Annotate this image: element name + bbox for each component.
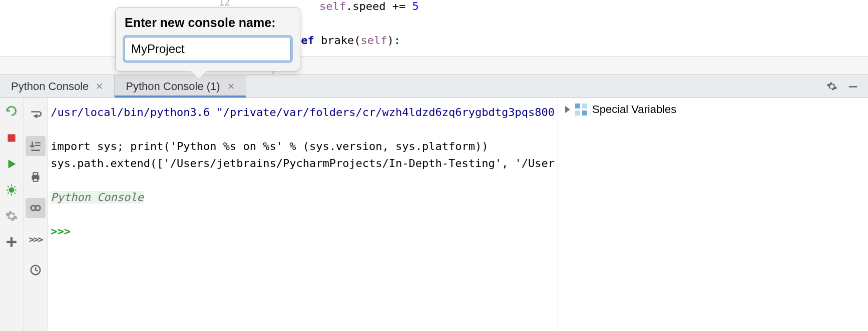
new-console-icon[interactable] bbox=[5, 235, 19, 249]
tab-label: Python Console bbox=[11, 80, 89, 93]
console-line: /usr/local/bin/python3.6 "/private/var/f… bbox=[51, 106, 555, 118]
console-right-toolbar: >>> bbox=[24, 98, 48, 331]
close-icon[interactable]: ✕ bbox=[227, 82, 235, 91]
console-source-label: Python Console bbox=[51, 191, 143, 204]
code-token-self: self bbox=[360, 34, 387, 46]
svg-rect-5 bbox=[35, 142, 41, 143]
debug-icon[interactable] bbox=[5, 183, 19, 197]
code-token-number: 5 bbox=[412, 0, 418, 12]
svg-rect-1 bbox=[8, 134, 16, 142]
console-output[interactable]: /usr/local/bin/python3.6 "/private/var/f… bbox=[48, 98, 558, 331]
soft-wrap-icon[interactable] bbox=[26, 105, 46, 125]
tab-python-console[interactable]: Python Console ✕ bbox=[0, 75, 115, 98]
code-token-self: self bbox=[319, 0, 346, 12]
variables-root-item[interactable]: Special Variables bbox=[565, 103, 861, 116]
console-main: /usr/local/bin/python3.6 "/private/var/f… bbox=[48, 98, 868, 331]
svg-rect-4 bbox=[7, 241, 17, 243]
console-body: >>> /usr/local/bin/python3.6 "/private/v… bbox=[0, 98, 868, 331]
scroll-to-end-icon[interactable] bbox=[26, 136, 46, 156]
console-left-toolbar bbox=[0, 98, 24, 331]
history-icon[interactable] bbox=[26, 260, 46, 280]
console-line: import sys; print('Python %s on %s' % (s… bbox=[51, 140, 488, 152]
tab-python-console-1[interactable]: Python Console (1) ✕ bbox=[115, 75, 246, 98]
svg-rect-8 bbox=[34, 172, 38, 175]
variables-group-icon bbox=[575, 104, 587, 116]
variables-root-label: Special Variables bbox=[592, 103, 676, 116]
tab-label: Python Console (1) bbox=[126, 80, 220, 93]
svg-rect-6 bbox=[35, 145, 41, 146]
console-prompt: >>> bbox=[51, 225, 77, 238]
svg-rect-0 bbox=[849, 86, 857, 88]
code-token: brake( bbox=[314, 34, 361, 46]
chevrons-icon[interactable]: >>> bbox=[26, 229, 46, 249]
hide-icon[interactable] bbox=[847, 80, 859, 92]
console-name-input[interactable] bbox=[125, 37, 291, 61]
gear-icon[interactable] bbox=[826, 80, 838, 92]
print-icon[interactable] bbox=[26, 167, 46, 187]
expand-icon[interactable] bbox=[565, 106, 570, 113]
run-icon[interactable] bbox=[5, 157, 19, 171]
close-icon[interactable]: ✕ bbox=[96, 82, 103, 91]
code-token: .speed += bbox=[346, 0, 412, 12]
variables-pane: Special Variables bbox=[558, 98, 868, 331]
svg-rect-9 bbox=[34, 178, 38, 181]
stop-icon[interactable] bbox=[5, 131, 19, 145]
console-line: sys.path.extend(['/Users/jetbrains/Pycha… bbox=[51, 157, 555, 170]
rerun-icon[interactable] bbox=[5, 105, 19, 119]
svg-point-2 bbox=[9, 188, 15, 193]
editor-content[interactable]: self.speed += 5 def brake(self): bbox=[235, 0, 868, 56]
rename-console-popup: Enter new console name: bbox=[115, 7, 300, 72]
popup-label: Enter new console name: bbox=[125, 16, 291, 30]
code-editor: 12 self.speed += 5 def brake(self): Ente… bbox=[0, 0, 868, 56]
settings-icon[interactable] bbox=[5, 209, 19, 223]
code-token: ): bbox=[387, 34, 400, 46]
toolwindow-actions bbox=[826, 75, 868, 98]
show-variables-icon[interactable] bbox=[26, 198, 46, 218]
console-tabs: Python Console ✕ Python Console (1) ✕ bbox=[0, 75, 868, 98]
line-number: 12 bbox=[219, 0, 230, 8]
